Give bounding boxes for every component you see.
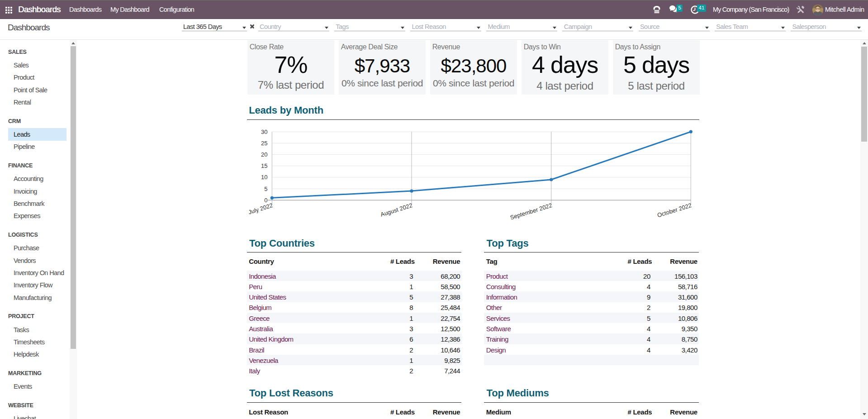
svg-text:0: 0 — [264, 197, 267, 204]
svg-text:10: 10 — [261, 174, 267, 181]
svg-text:30: 30 — [261, 129, 267, 135]
svg-text:August 2022: August 2022 — [379, 202, 413, 218]
svg-text:July 2022: July 2022 — [247, 202, 274, 216]
svg-text:September 2022: September 2022 — [509, 202, 553, 221]
svg-text:5: 5 — [264, 186, 267, 192]
svg-text:15: 15 — [261, 162, 267, 169]
svg-text:20: 20 — [261, 151, 267, 158]
svg-text:October 2022: October 2022 — [656, 202, 693, 219]
svg-text:25: 25 — [261, 140, 267, 147]
